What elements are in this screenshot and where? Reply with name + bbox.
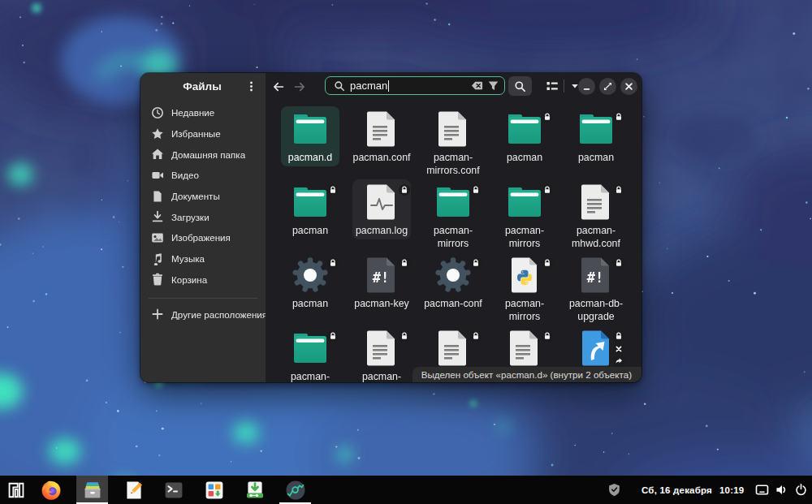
file-icon-box: [362, 256, 401, 295]
home-icon: [151, 148, 164, 161]
sidebar-item-label: Видео: [171, 170, 199, 180]
sidebar-item[interactable]: Изображения: [140, 227, 266, 248]
lock-emblem-icon: [470, 257, 482, 269]
clear-search-icon[interactable]: [471, 80, 483, 92]
sidebar-item[interactable]: Корзина: [140, 269, 266, 291]
file-item[interactable]: pacman- mhwd.conf: [567, 179, 625, 252]
minimize-button[interactable]: [578, 78, 595, 95]
folder-file-icon: [291, 183, 330, 222]
lock-emblem-icon: [399, 184, 410, 196]
file-item[interactable]: pacman-db- upgrade: [567, 252, 625, 325]
file-item[interactable]: pacman- mirrors: [495, 179, 554, 252]
text-file-icon: [434, 110, 473, 149]
sidebar-item[interactable]: Избранные: [140, 123, 266, 144]
file-item[interactable]: [567, 325, 625, 373]
menu-dots-icon: [245, 80, 257, 93]
file-icon-box: [362, 329, 401, 368]
app-menu-button[interactable]: [241, 77, 261, 97]
clock-time: 10:19: [719, 485, 744, 495]
tray-display-button[interactable]: [754, 481, 770, 499]
file-item[interactable]: pacman-: [281, 325, 339, 382]
file-item[interactable]: pacman.conf: [352, 106, 411, 166]
taskbar-app-terminal[interactable]: [158, 476, 190, 504]
lock-emblem-icon: [613, 184, 624, 196]
file-icon-box: [505, 110, 544, 149]
sidebar-item[interactable]: Музыка: [140, 248, 266, 269]
sidebar-item[interactable]: Видео: [140, 165, 266, 186]
taskbar-app-package-installer[interactable]: [239, 476, 270, 504]
file-icon-box: [577, 183, 615, 222]
taskbar-app-text-editor[interactable]: [119, 476, 150, 504]
taskbar-app-files[interactable]: [76, 476, 108, 504]
file-item[interactable]: pacman.log: [352, 179, 411, 239]
text-file-icon: [505, 329, 544, 368]
maximize-button[interactable]: [599, 78, 616, 95]
lock-emblem-icon: [542, 111, 553, 123]
window-title: Файлы: [140, 80, 241, 93]
back-button[interactable]: [268, 77, 289, 97]
sidebar-item-label: Недавние: [171, 107, 214, 118]
tray-volume-button[interactable]: [773, 481, 789, 499]
lock-emblem-icon: [327, 257, 339, 269]
file-item[interactable]: pacman-key: [352, 252, 411, 312]
script-file-icon: [577, 256, 615, 295]
tray-shield-button[interactable]: [607, 476, 621, 504]
sidebar-list: НедавниеИзбранныеДомашняя папкаВидеоДоку…: [140, 102, 266, 325]
video-icon: [151, 169, 164, 182]
sidebar-item-label: Другие расположения: [171, 309, 267, 320]
file-item[interactable]: pacman- mirrors: [424, 179, 482, 252]
shield-icon: [607, 483, 621, 497]
file-item[interactable]: pacman- mirrors: [495, 252, 554, 325]
back-icon: [272, 80, 285, 93]
forward-button[interactable]: [289, 77, 310, 97]
status-bar: Выделен объект «pacman.d» (внутри 2 объе…: [412, 367, 641, 382]
taskbar-app-firefox[interactable]: [35, 476, 67, 504]
minimize-icon: [581, 80, 593, 93]
file-item[interactable]: pacman-conf: [424, 252, 482, 312]
lock-emblem-icon: [327, 184, 339, 196]
taskbar: Сб, 16 декабря 10:19: [0, 476, 812, 504]
sidebar-item-label: Документы: [171, 191, 220, 201]
file-item[interactable]: [424, 325, 482, 373]
file-icon-box: [577, 110, 615, 149]
lock-emblem-icon: [470, 330, 482, 342]
close-button[interactable]: [620, 78, 637, 95]
file-item[interactable]: pacman-: [352, 325, 411, 382]
file-item[interactable]: pacman- mirrors.conf: [424, 106, 482, 179]
link-emblem-icon: [613, 355, 624, 367]
view-split-separator: [564, 80, 564, 93]
file-item[interactable]: pacman: [495, 106, 554, 166]
file-item[interactable]: pacman.d: [281, 106, 339, 166]
sidebar-item[interactable]: Загрузки: [140, 206, 266, 227]
search-input[interactable]: pacman: [325, 76, 505, 95]
taskbar-app-add-remove-software[interactable]: [198, 476, 230, 504]
display-icon: [755, 483, 769, 497]
file-name-label: pacman-: [362, 370, 401, 382]
file-name-label: pacman- mirrors.conf: [426, 151, 479, 179]
file-manager-window: Файлы НедавниеИзбранныеДомашняя папкаВид…: [140, 73, 641, 382]
sidebar-item[interactable]: Документы: [140, 186, 266, 207]
tray-power-button[interactable]: [793, 481, 809, 499]
music-icon: [151, 252, 164, 265]
file-item[interactable]: pacman: [281, 252, 339, 312]
script-file-icon: [362, 256, 401, 295]
lock-emblem-icon: [613, 111, 624, 123]
file-item[interactable]: pacman: [567, 106, 625, 166]
search-toggle-button[interactable]: [508, 76, 532, 96]
sidebar-item[interactable]: Домашняя папка: [140, 144, 266, 165]
taskbar-app-system-monitor[interactable]: [279, 476, 311, 504]
filter-icon[interactable]: [487, 80, 499, 92]
taskbar-app-manjaro-menu[interactable]: [0, 476, 32, 504]
lock-emblem-icon: [327, 330, 339, 342]
sidebar-item-other-locations[interactable]: Другие расположения: [140, 304, 266, 325]
file-name-label: pacman- mirrors: [434, 224, 473, 252]
star-icon: [151, 127, 164, 140]
sidebar-item-label: Избранные: [171, 128, 221, 139]
text-file-icon: [434, 329, 473, 368]
sidebar-item-label: Домашняя папка: [171, 149, 245, 160]
file-item[interactable]: pacman: [281, 179, 339, 239]
folder-file-icon: [505, 110, 544, 149]
sidebar-item[interactable]: Недавние: [140, 102, 266, 123]
clock[interactable]: Сб, 16 декабря 10:19: [641, 476, 744, 504]
file-item[interactable]: [495, 325, 554, 373]
